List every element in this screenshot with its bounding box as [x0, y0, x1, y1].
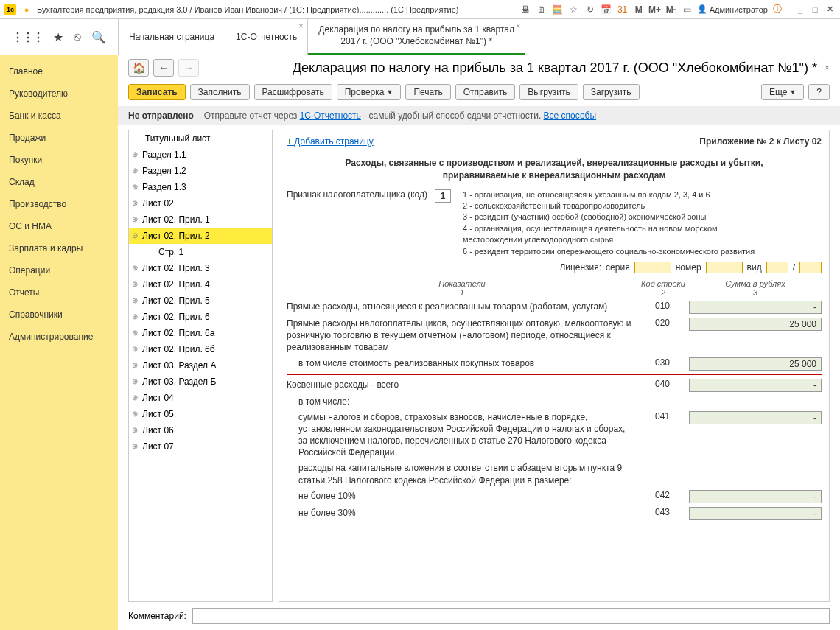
licence-number-input[interactable]: [706, 262, 743, 273]
info-icon[interactable]: ⓘ: [771, 3, 784, 15]
plus-icon[interactable]: ⊕: [132, 442, 141, 450]
section-item[interactable]: ⊕Раздел 1.3: [129, 179, 272, 195]
favorites-icon[interactable]: ★: [53, 30, 63, 44]
calc-icon[interactable]: 🧮: [551, 4, 564, 15]
minus-icon[interactable]: ⊖: [132, 231, 141, 239]
section-item[interactable]: ⊕Лист 02. Прил. 1: [129, 211, 272, 228]
plus-icon[interactable]: ⊕: [132, 361, 141, 369]
fill-button[interactable]: Заполнить: [190, 84, 250, 100]
apps-icon[interactable]: ⋮⋮⋮: [12, 30, 43, 44]
minimize-button[interactable]: _: [794, 4, 806, 15]
search-icon[interactable]: 🔍: [91, 30, 106, 44]
plus-icon[interactable]: ⊕: [132, 150, 141, 158]
section-item[interactable]: ⊕Лист 04: [129, 390, 272, 406]
plus-icon[interactable]: ⊕: [132, 377, 141, 385]
download-button[interactable]: Загрузить: [583, 84, 640, 100]
maximize-button[interactable]: □: [809, 4, 821, 15]
home-button[interactable]: 🏠: [128, 59, 149, 77]
close-icon[interactable]: ×: [825, 63, 830, 73]
sidebar-item-bank[interactable]: Банк и касса: [0, 105, 118, 127]
sidebar-item-hr[interactable]: Зарплата и кадры: [0, 237, 118, 259]
star-icon[interactable]: ☆: [567, 4, 581, 15]
upload-button[interactable]: Выгрузить: [519, 84, 578, 100]
sidebar-item-manager[interactable]: Руководителю: [0, 83, 118, 105]
decode-button[interactable]: Расшифровать: [254, 84, 332, 100]
more-button[interactable]: Еще▼: [761, 84, 804, 100]
value-input[interactable]: -: [689, 301, 822, 314]
section-item[interactable]: ⊕Лист 02. Прил. 5: [129, 293, 272, 309]
plus-icon[interactable]: ⊕: [132, 426, 141, 434]
print-icon[interactable]: 🖶: [519, 4, 532, 15]
section-item[interactable]: ⊕Раздел 1.1: [129, 147, 272, 163]
plus-icon[interactable]: ⊕: [132, 215, 141, 223]
section-item[interactable]: Титульный лист: [129, 130, 272, 147]
section-item[interactable]: ⊕Лист 05: [129, 406, 272, 422]
doc-icon[interactable]: 🗎: [535, 4, 548, 15]
taxpayer-code-input[interactable]: 1: [435, 189, 451, 203]
panel-icon[interactable]: ▭: [681, 4, 694, 15]
plus-icon[interactable]: ⊕: [132, 410, 141, 418]
close-icon[interactable]: ×: [299, 22, 304, 30]
plus-icon[interactable]: ⊕: [132, 264, 141, 272]
plus-icon[interactable]: ⊕: [132, 199, 141, 207]
help-button[interactable]: ?: [808, 84, 830, 100]
cal-31-icon[interactable]: 31: [616, 4, 629, 15]
user-badge[interactable]: 👤 Администратор: [697, 4, 768, 14]
memory-mminus-icon[interactable]: M-: [665, 4, 678, 15]
licence-extra-input[interactable]: [799, 262, 822, 273]
plus-icon[interactable]: ⊕: [132, 296, 141, 304]
section-item[interactable]: ⊕Лист 02. Прил. 3: [129, 260, 272, 276]
section-item[interactable]: ⊕Раздел 1.2: [129, 163, 272, 179]
section-item[interactable]: ⊕Лист 02. Прил. 6а: [129, 325, 272, 341]
link-all-methods[interactable]: Все способы: [544, 111, 597, 121]
memory-mplus-icon[interactable]: M+: [648, 4, 662, 15]
sidebar-item-catalogs[interactable]: Справочники: [0, 304, 118, 326]
sidebar-item-warehouse[interactable]: Склад: [0, 171, 118, 193]
section-item[interactable]: ⊕Лист 03. Раздел Б: [129, 374, 272, 390]
tab-1c-reporting[interactable]: 1С-Отчетность ×: [225, 19, 308, 55]
forward-button[interactable]: →: [178, 59, 199, 77]
sidebar-item-admin[interactable]: Администрирование: [0, 326, 118, 348]
send-button[interactable]: Отправить: [455, 84, 516, 100]
sidebar-item-assets[interactable]: ОС и НМА: [0, 215, 118, 237]
close-icon[interactable]: ×: [516, 22, 520, 30]
value-input[interactable]: -: [689, 379, 822, 392]
calendar-icon[interactable]: 📅: [600, 4, 613, 15]
plus-icon[interactable]: ⊕: [132, 393, 141, 402]
section-item[interactable]: ⊕Лист 07: [129, 438, 272, 455]
back-button[interactable]: ←: [153, 59, 174, 77]
plus-icon[interactable]: ⊕: [132, 345, 141, 353]
licence-kind-input[interactable]: [766, 262, 788, 273]
plus-icon[interactable]: ⊕: [132, 167, 141, 175]
sidebar-item-production[interactable]: Производство: [0, 193, 118, 215]
plus-icon[interactable]: ⊕: [132, 280, 141, 288]
check-button[interactable]: Проверка▼: [337, 84, 402, 100]
section-item[interactable]: ⊕Лист 06: [129, 422, 272, 438]
write-button[interactable]: Записать: [128, 84, 186, 100]
section-item[interactable]: Стр. 1: [129, 244, 272, 260]
memory-m-icon[interactable]: M: [632, 4, 645, 15]
refresh-icon[interactable]: ↻: [584, 4, 597, 15]
link-1c-reporting[interactable]: 1С-Отчетность: [300, 111, 361, 121]
plus-icon[interactable]: ⊕: [132, 183, 141, 191]
section-item[interactable]: ⊕Лист 02: [129, 195, 272, 211]
section-item[interactable]: ⊕Лист 02. Прил. 6: [129, 309, 272, 325]
sidebar-item-purchases[interactable]: Покупки: [0, 149, 118, 171]
section-item[interactable]: ⊕Лист 02. Прил. 6б: [129, 341, 272, 357]
value-input[interactable]: 25 000: [689, 357, 822, 371]
value-input[interactable]: -: [689, 490, 822, 503]
print-button[interactable]: Печать: [405, 84, 450, 100]
sidebar-item-reports[interactable]: Отчеты: [0, 281, 118, 304]
sidebar-item-main[interactable]: Главное: [0, 60, 118, 83]
licence-series-input[interactable]: [634, 262, 671, 273]
history-icon[interactable]: ⎋: [74, 30, 81, 43]
section-item[interactable]: ⊖Лист 02. Прил. 2: [129, 228, 272, 244]
plus-icon[interactable]: ⊕: [132, 312, 141, 321]
tab-start-page[interactable]: Начальная страница: [119, 19, 225, 55]
sidebar-item-operations[interactable]: Операции: [0, 259, 118, 281]
value-input[interactable]: -: [689, 507, 822, 520]
sidebar-item-sales[interactable]: Продажи: [0, 127, 118, 149]
comment-input[interactable]: [192, 608, 830, 624]
value-input[interactable]: -: [689, 411, 822, 424]
section-item[interactable]: ⊕Лист 03. Раздел А: [129, 357, 272, 374]
